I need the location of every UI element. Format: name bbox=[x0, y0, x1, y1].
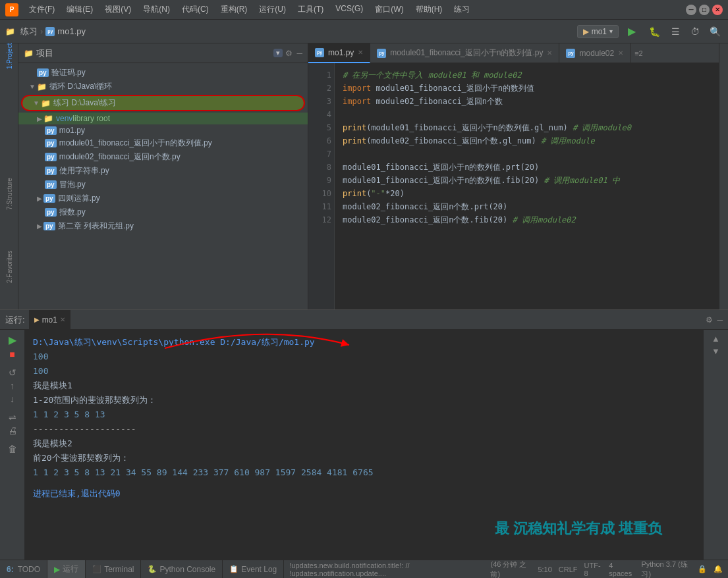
menu-refactor[interactable]: 重构(R) bbox=[215, 3, 253, 16]
encoding[interactable]: UTF-8 bbox=[584, 562, 603, 577]
code-content[interactable]: # 在另一个文件中导入 module01 和 module02 import m… bbox=[335, 63, 719, 346]
py-file-icon: py bbox=[45, 139, 57, 147]
run-softrap-button[interactable]: ⇌ bbox=[9, 412, 16, 423]
notification-text[interactable]: !updates.new.build.notification.title!: … bbox=[289, 562, 484, 577]
run-rerun-button[interactable]: ↺ bbox=[9, 367, 16, 378]
tree-item-module02[interactable]: py module02_fibonacci_返回n个数.py bbox=[18, 150, 308, 164]
run-config-chevron: ▾ bbox=[609, 28, 613, 35]
tab-close-icon[interactable]: ✕ bbox=[618, 49, 623, 57]
run-clear-button[interactable]: 🗑 bbox=[8, 444, 17, 454]
code-line-1: # 在另一个文件中导入 module01 和 module02 bbox=[343, 68, 711, 82]
menu-code[interactable]: 代码(C) bbox=[177, 3, 214, 16]
run-right-controls: ▲ ▼ bbox=[703, 330, 728, 560]
python-version[interactable]: Python 3.7 (练习) bbox=[641, 560, 691, 579]
run-config-selector[interactable]: ▶ mo1 ▾ bbox=[577, 25, 619, 38]
tab-close-icon[interactable]: ✕ bbox=[358, 49, 363, 56]
tab-close-icon[interactable]: ✕ bbox=[547, 49, 552, 57]
tree-label: 冒泡.py bbox=[59, 179, 86, 190]
run-command-path[interactable]: D:\Java\练习\venv\Scripts\python.exe D:/Ja… bbox=[33, 337, 315, 347]
run-scroll-down[interactable]: ▼ bbox=[712, 346, 720, 356]
line-ending[interactable]: CRLF bbox=[559, 565, 578, 573]
run-collapse-icon[interactable]: ─ bbox=[717, 315, 723, 325]
debug-button[interactable]: 🐛 bbox=[645, 24, 663, 39]
menu-tools[interactable]: 工具(T) bbox=[293, 3, 329, 16]
run-prev-button[interactable]: ↑ bbox=[10, 381, 14, 391]
tree-item-venv[interactable]: ▶ 📁 venv library root bbox=[18, 113, 308, 124]
run-left-buttons: ▶ ■ ↺ ↑ ↓ ⇌ 🖨 🗑 bbox=[0, 330, 25, 560]
event-log-tab[interactable]: 📋 Event Log bbox=[223, 560, 284, 579]
project-tree: py 验证码.py ▼ 📁 循环 D:\Java\循环 ▼ 📁 练习 D:\Ja… bbox=[18, 63, 308, 320]
tree-item-practice-folder[interactable]: ▼ 📁 练习 D:\Java\练习 bbox=[21, 95, 305, 111]
tree-label: 练习 D:\Java\练习 bbox=[53, 97, 116, 109]
code-line-5: print(module01_fibonacci_返回小于n的数列值.gl_nu… bbox=[343, 121, 711, 134]
run-print-button[interactable]: 🖨 bbox=[8, 425, 17, 436]
run-output[interactable]: D:\Java\练习\venv\Scripts\python.exe D:/Ja… bbox=[25, 330, 703, 560]
menu-run[interactable]: 运行(U) bbox=[254, 3, 291, 16]
run-button[interactable]: ▶ bbox=[623, 24, 641, 39]
close-button[interactable]: ✕ bbox=[712, 5, 723, 15]
project-panel: 📁 项目 ▾ ⚙ ─ py 验证码.py ▼ 📁 循环 D:\Java\循环 bbox=[18, 43, 308, 346]
menu-edit[interactable]: 编辑(E) bbox=[61, 3, 98, 16]
run-output-fib-desc: 1-20范围内的斐波那契数列为： bbox=[33, 393, 695, 407]
profile-button[interactable]: ⏱ bbox=[687, 24, 703, 39]
tab-module02[interactable]: py module02 ✕ bbox=[559, 43, 630, 63]
tree-item-count[interactable]: py 报数.py bbox=[18, 205, 308, 219]
run-tab-label: mo1 bbox=[42, 315, 57, 325]
coverage-button[interactable]: ☰ bbox=[667, 24, 683, 39]
tab-mo1[interactable]: py mo1.py ✕ bbox=[308, 43, 370, 63]
tree-item-verify[interactable]: py 验证码.py bbox=[18, 66, 308, 80]
line-numbers: 1234 5678 9101112 bbox=[308, 63, 335, 346]
folder-icon: 📁 bbox=[5, 27, 15, 36]
tree-item-module01[interactable]: py module01_fibonacci_返回小于n的数列值.py bbox=[18, 136, 308, 150]
menu-window[interactable]: 窗口(W) bbox=[370, 3, 408, 16]
run-play-button[interactable]: ▶ bbox=[9, 334, 16, 346]
tree-item-strings[interactable]: py 使用字符串.py bbox=[18, 164, 308, 178]
left-gutter: 1:Project 7:Structure 2:Favorites bbox=[0, 43, 18, 346]
run-toolbar: 运行: ▶ mo1 ✕ ⚙ ─ bbox=[0, 310, 728, 330]
menu-view[interactable]: 视图(V) bbox=[99, 3, 136, 16]
project-settings-icon[interactable]: ⚙ bbox=[285, 49, 293, 58]
breadcrumb-sep: › bbox=[40, 26, 43, 36]
run-scroll-up[interactable]: ▲ bbox=[712, 334, 720, 344]
cursor-position[interactable]: 5:10 bbox=[538, 565, 551, 573]
bell-icon[interactable]: 🔔 bbox=[714, 565, 723, 573]
menu-help[interactable]: 帮助(H) bbox=[410, 3, 448, 16]
run-stop-button[interactable]: ■ bbox=[9, 349, 14, 359]
search-button[interactable]: 🔍 bbox=[707, 24, 723, 39]
favorites-tab-icon[interactable]: 2:Favorites bbox=[2, 259, 16, 274]
run-next-button[interactable]: ↓ bbox=[10, 394, 14, 404]
run-tab[interactable]: ▶ mo1 ✕ bbox=[29, 310, 70, 330]
indent[interactable]: 4 spaces bbox=[609, 562, 634, 577]
tab-module01[interactable]: py module01_fibonacci_返回小于n的数列值.py ✕ bbox=[370, 43, 559, 63]
tree-item-chapter2[interactable]: ▶ py 第二章 列表和元组.py bbox=[18, 219, 308, 233]
library-root-label: library root bbox=[72, 114, 110, 123]
menu-file[interactable]: 文件(F) bbox=[24, 3, 60, 16]
project-collapse-icon[interactable]: ─ bbox=[296, 49, 302, 58]
run-tab-close[interactable]: ✕ bbox=[60, 316, 65, 323]
tree-item-loop-folder[interactable]: ▼ 📁 循环 D:\Java\循环 bbox=[18, 80, 308, 93]
todo-tab[interactable]: 6: TODO bbox=[0, 560, 47, 579]
breadcrumb-file: mo1.py bbox=[57, 26, 86, 36]
structure-tab-icon[interactable]: 7:Structure bbox=[2, 187, 16, 201]
tree-label: module01_fibonacci_返回小于n的数列值.py bbox=[59, 138, 212, 149]
run-bottom-tab[interactable]: ▶ 运行 bbox=[47, 560, 86, 579]
menu-nav[interactable]: 导航(N) bbox=[138, 3, 175, 16]
minimize-button[interactable]: ─ bbox=[686, 5, 696, 15]
python-console-tab[interactable]: 🐍 Python Console bbox=[141, 560, 223, 579]
run-settings-icon[interactable]: ⚙ bbox=[706, 315, 713, 325]
tree-item-bubble[interactable]: py 冒泡.py bbox=[18, 178, 308, 192]
more-tabs[interactable]: ≡2 bbox=[630, 49, 647, 57]
title-bar: P 文件(F) 编辑(E) 视图(V) 导航(N) 代码(C) 重构(R) 运行… bbox=[0, 0, 728, 20]
maximize-button[interactable]: □ bbox=[699, 5, 710, 15]
menu-practice[interactable]: 练习 bbox=[449, 3, 475, 16]
run-output-fib2: 1 1 2 3 5 8 13 21 34 55 89 144 233 377 6… bbox=[33, 465, 695, 480]
tree-label: 四则运算.py bbox=[58, 193, 100, 204]
breadcrumb: 📁 练习 › py mo1.py bbox=[5, 26, 86, 38]
tree-item-mo1[interactable]: py mo1.py bbox=[18, 124, 308, 136]
project-tab-icon[interactable]: 1:Project bbox=[2, 49, 16, 63]
menu-vcs[interactable]: VCS(G) bbox=[330, 3, 368, 16]
project-dropdown[interactable]: ▾ bbox=[273, 49, 283, 57]
git-icon[interactable]: 🔒 bbox=[698, 565, 707, 573]
terminal-tab[interactable]: ⬛ Terminal bbox=[86, 560, 141, 579]
tree-item-arithmetic[interactable]: ▶ py 四则运算.py bbox=[18, 192, 308, 205]
